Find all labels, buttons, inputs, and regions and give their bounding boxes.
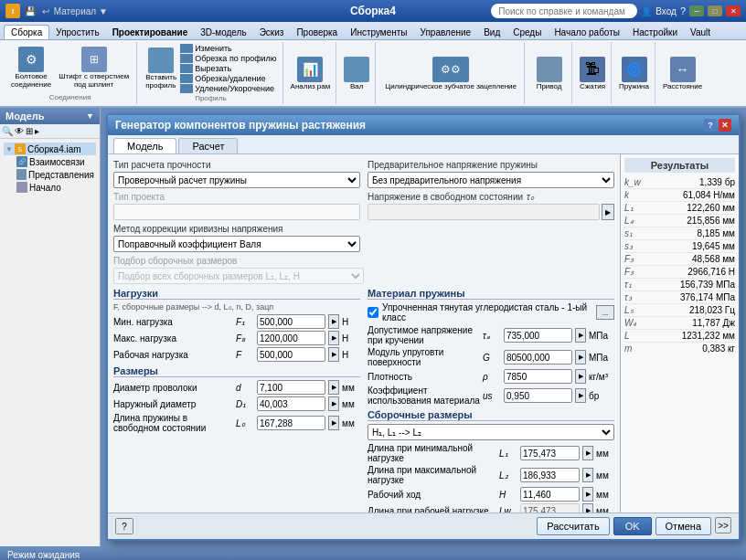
shaft-button[interactable]: ⊞ Штифт с отверстиемпод шплинт (57, 45, 131, 90)
work-load-arrow[interactable]: ▶ (328, 347, 339, 362)
min-len-arrow[interactable]: ▶ (582, 446, 593, 460)
search-input[interactable] (491, 4, 637, 18)
val-button[interactable]: Вал (344, 57, 369, 90)
tab-proverka[interactable]: Проверка (290, 26, 344, 39)
min-len-input[interactable] (520, 446, 580, 460)
max-len-arrow[interactable]: ▶ (582, 468, 593, 482)
min-load-arrow[interactable]: ▶ (328, 314, 339, 329)
free-len-arrow[interactable]: ▶ (328, 416, 339, 430)
dialog-tab-model[interactable]: Модель (113, 138, 176, 153)
trim-extend-button[interactable]: Обрезка/удаление (180, 74, 276, 83)
model-panel-arrow[interactable]: ▼ (86, 111, 94, 121)
free-len-input[interactable] (257, 416, 325, 430)
privod-button[interactable]: Привод (537, 57, 562, 90)
wire-dia-symbol: d (236, 383, 254, 393)
tree-settings-icon[interactable]: ▸ (35, 126, 39, 136)
tree-item-nachalo[interactable]: Начало (4, 181, 96, 194)
quick-access-undo[interactable]: ↩ (42, 6, 49, 16)
tab-eskiz[interactable]: Эскиз (253, 26, 291, 39)
nav-right-btn[interactable]: >> (715, 517, 731, 534)
ribbon-group-szhatiya: 🗜 Сжатия (574, 42, 612, 104)
assembly-select[interactable]: Подбор всех сборочных размеров L₁, L₂, H (113, 268, 364, 284)
dialog-tab-raschet[interactable]: Расчет (178, 138, 238, 153)
close-button[interactable]: ✕ (726, 5, 741, 16)
assembly-sizes-select[interactable]: H₁, L₁ --> L₂ (368, 424, 614, 440)
stroke-arrow[interactable]: ▶ (582, 487, 593, 502)
ok-button[interactable]: OK (613, 517, 652, 535)
max-len-label: Длина при максимальной нагрузке (368, 465, 496, 485)
tree-view-icon[interactable]: 👁 (15, 126, 24, 136)
work-len-arrow[interactable]: ▶ (582, 503, 593, 512)
wire-dia-input[interactable] (257, 380, 325, 395)
elastic-input[interactable] (504, 350, 572, 365)
quick-access-save[interactable]: 💾 (25, 6, 36, 16)
tab-nachalo[interactable]: Начало работы (548, 26, 626, 39)
min-load-symbol: F₁ (236, 317, 254, 327)
density-input[interactable] (504, 369, 572, 384)
min-load-input[interactable] (257, 314, 325, 329)
elastic-arrow[interactable]: ▶ (575, 350, 586, 365)
calc-type-select[interactable]: Проверочный расчет пружины (113, 172, 360, 188)
tensile-arrow[interactable]: ▶ (575, 328, 586, 343)
outer-dia-input[interactable] (257, 396, 325, 411)
work-load-unit: H (342, 350, 360, 360)
tab-proektirovanie[interactable]: Проектирование (106, 26, 195, 39)
project-type-input[interactable] (113, 204, 360, 220)
wire-dia-unit: мм (342, 383, 360, 393)
result-row-kw: k_w 1,339 бр (624, 176, 735, 189)
dialog-close-icon[interactable]: ✕ (719, 119, 731, 132)
max-len-input[interactable] (520, 468, 580, 482)
tree-filter-icon[interactable]: 🔍 (2, 126, 13, 136)
analiz-ram-button[interactable]: 📊 Анализ рам (291, 57, 331, 90)
prestress-select[interactable]: Без предварительного напряжения (368, 172, 614, 188)
tab-3d[interactable]: 3D-модель (194, 26, 252, 39)
outer-dia-arrow[interactable]: ▶ (328, 396, 339, 411)
rasstoyanie-button[interactable]: ↔ Расстояние (663, 57, 702, 90)
prestress-label: Предварительное напряжение пружины (368, 160, 614, 170)
utilization-input[interactable] (504, 388, 572, 403)
free-state-arrow[interactable]: ▶ (602, 204, 614, 220)
min-button[interactable]: ─ (689, 5, 704, 16)
wire-dia-arrow[interactable]: ▶ (328, 380, 339, 395)
tab-instrumenty[interactable]: Инструменты (344, 26, 413, 39)
density-arrow[interactable]: ▶ (575, 369, 586, 384)
tree-expand-icon[interactable]: ⊞ (26, 126, 33, 136)
help-btn[interactable]: ? (115, 518, 133, 534)
tree-item-sborka4[interactable]: ▼ S Сборка4.iam (4, 143, 96, 155)
bolt-button[interactable]: ⚙ Болтовоесоединение (9, 45, 53, 90)
free-state-input[interactable] (368, 204, 600, 220)
tab-vault[interactable]: Vault (684, 26, 717, 39)
cancel-button[interactable]: Отмена (655, 517, 711, 535)
tensile-input[interactable] (504, 328, 572, 343)
dialog-help-icon[interactable]: ? (704, 119, 717, 132)
material-browse-btn[interactable]: ... (596, 305, 614, 320)
tree-item-vzaimosvyazi[interactable]: 🔗 Взаимосвязи (4, 155, 96, 168)
max-button[interactable]: □ (708, 5, 722, 16)
tab-upravlenie[interactable]: Управление (414, 26, 478, 39)
stroke-input[interactable] (520, 487, 580, 502)
szhatiya-button[interactable]: 🗜 Сжатия (580, 57, 605, 90)
tab-vid[interactable]: Вид (477, 26, 506, 39)
cut-button[interactable]: Вырезать (180, 64, 276, 73)
work-load-input[interactable] (257, 347, 325, 362)
trim-profile-button[interactable]: Обрезка по профилю (180, 54, 276, 63)
max-load-arrow[interactable]: ▶ (328, 331, 339, 345)
max-load-input[interactable] (257, 331, 325, 345)
tab-sborka[interactable]: Сборка (4, 25, 49, 39)
work-len-input[interactable] (520, 503, 580, 512)
cylinder-button[interactable]: ⚙⚙ Цилиндрическое зубчатое зацепление (385, 57, 517, 90)
calculate-button[interactable]: Рассчитать (537, 517, 609, 535)
tab-sredy[interactable]: Среды (506, 26, 548, 39)
extend-button[interactable]: Удление/Укорочение (180, 84, 276, 93)
tab-nastrojki[interactable]: Настройки (626, 26, 684, 39)
tree-item-predstavleniya[interactable]: Представления (4, 168, 96, 181)
help-icon[interactable]: ? (680, 5, 686, 16)
utilization-arrow[interactable]: ▶ (575, 388, 586, 403)
correction-select[interactable]: Поправочный коэффициент Валя (113, 236, 360, 252)
insert-profile-button[interactable]: Вставитьпрофиль (144, 47, 177, 90)
material-checkbox[interactable] (368, 307, 378, 318)
tab-uprostit[interactable]: Упростить (49, 26, 105, 39)
pruzhina-button[interactable]: 🌀 Пружина (619, 57, 649, 90)
login-label[interactable]: Вход (655, 6, 677, 16)
change-button[interactable]: Изменить (180, 44, 276, 53)
